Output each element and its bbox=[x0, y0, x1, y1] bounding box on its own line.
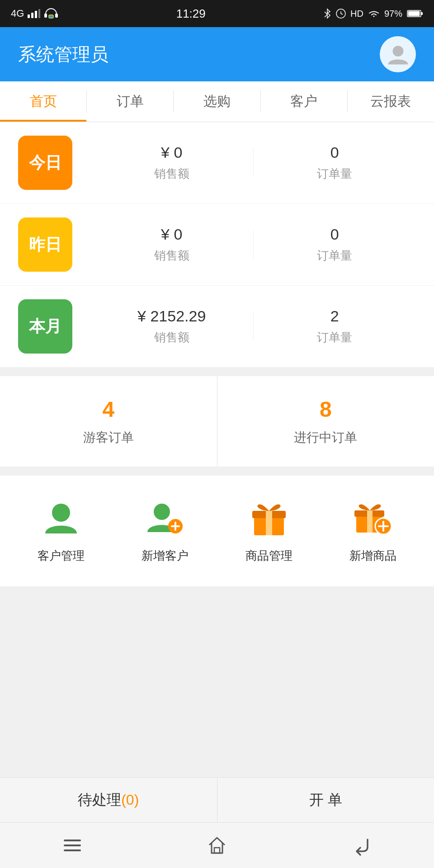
tab-bar: 首页 订单 选购 客户 云报表 bbox=[0, 81, 434, 122]
yesterday-order-count: 0 bbox=[330, 226, 339, 243]
month-order-label: 订单量 bbox=[317, 330, 352, 345]
headphone-icon bbox=[44, 8, 58, 19]
guest-orders-stat[interactable]: 4 游客订单 bbox=[0, 376, 217, 467]
home-icon bbox=[206, 834, 228, 857]
month-sales-amount: ¥ 2152.29 bbox=[137, 307, 206, 325]
add-product-icon bbox=[353, 498, 393, 539]
svg-rect-10 bbox=[408, 11, 420, 16]
sales-section: 今日 ¥ 0 销售额 0 订单量 昨日 ¥ 0 销售额 0 订单量 bbox=[0, 122, 434, 367]
add-customer-label: 新增客户 bbox=[142, 548, 189, 564]
add-customer-icon-svg bbox=[145, 498, 185, 539]
month-orders-col: 2 订单量 bbox=[254, 307, 416, 345]
status-bar: 4G 11:29 HD bbox=[0, 0, 434, 27]
clock-icon bbox=[336, 9, 346, 19]
product-manage-action[interactable]: 商品管理 bbox=[217, 489, 321, 573]
tab-orders[interactable]: 订单 bbox=[87, 81, 173, 122]
tab-reports[interactable]: 云报表 bbox=[348, 81, 434, 122]
tab-home[interactable]: 首页 bbox=[0, 81, 86, 122]
month-sales-row: 本月 ¥ 2152.29 销售额 2 订单量 bbox=[0, 286, 434, 367]
add-gift-icon bbox=[353, 498, 393, 539]
add-customer-action[interactable]: 新增客户 bbox=[113, 489, 217, 573]
svg-point-13 bbox=[154, 504, 170, 520]
time-display: 11:29 bbox=[176, 7, 206, 21]
bottom-nav: 待处理 (0) 开 单 bbox=[0, 777, 434, 868]
today-badge: 今日 bbox=[18, 136, 72, 190]
hd-label: HD bbox=[350, 9, 363, 19]
signal-icon bbox=[28, 9, 40, 18]
pending-count: (0) bbox=[121, 792, 139, 808]
add-customer-icon bbox=[145, 498, 185, 539]
svg-rect-19 bbox=[266, 511, 272, 535]
svg-rect-29 bbox=[214, 848, 220, 853]
home-button[interactable] bbox=[145, 834, 289, 857]
month-order-count: 2 bbox=[330, 307, 339, 325]
guest-orders-label: 游客订单 bbox=[83, 429, 134, 446]
active-orders-label: 进行中订单 bbox=[294, 429, 357, 446]
add-product-label: 新增商品 bbox=[349, 548, 396, 564]
svg-point-12 bbox=[52, 504, 70, 522]
product-manage-icon bbox=[249, 498, 289, 539]
yesterday-sales-amount: ¥ 0 bbox=[161, 226, 182, 243]
yesterday-badge: 昨日 bbox=[18, 217, 72, 272]
svg-rect-0 bbox=[28, 14, 30, 18]
svg-rect-9 bbox=[421, 12, 423, 15]
page-title: 系统管理员 bbox=[18, 42, 108, 67]
today-orders-col: 0 订单量 bbox=[254, 144, 416, 182]
today-sales-amount: ¥ 0 bbox=[161, 144, 182, 161]
order-stats-section: 4 游客订单 8 进行中订单 bbox=[0, 376, 434, 467]
month-badge: 本月 bbox=[18, 299, 72, 354]
month-sales-col: ¥ 2152.29 销售额 bbox=[90, 307, 253, 345]
add-product-action[interactable]: 新增商品 bbox=[321, 489, 425, 573]
back-icon bbox=[350, 834, 373, 857]
active-orders-count: 8 bbox=[320, 397, 332, 422]
content-spacer bbox=[0, 595, 434, 777]
tab-shop[interactable]: 选购 bbox=[174, 81, 260, 122]
svg-rect-5 bbox=[55, 14, 58, 18]
back-button[interactable] bbox=[289, 834, 434, 857]
svg-rect-3 bbox=[38, 9, 40, 18]
today-order-label: 订单量 bbox=[317, 166, 352, 182]
bluetooth-icon bbox=[323, 8, 331, 19]
svg-point-11 bbox=[392, 46, 403, 57]
yesterday-sales-data: ¥ 0 销售额 0 订单量 bbox=[90, 226, 416, 264]
customer-manage-icon bbox=[41, 498, 81, 539]
month-sales-label: 销售额 bbox=[154, 330, 189, 345]
svg-rect-4 bbox=[44, 14, 47, 18]
menu-icon bbox=[61, 834, 84, 857]
status-right: HD 97% bbox=[323, 8, 423, 19]
yesterday-sales-row: 昨日 ¥ 0 销售额 0 订单量 bbox=[0, 204, 434, 286]
new-order-label: 开 单 bbox=[309, 790, 342, 810]
yesterday-orders-col: 0 订单量 bbox=[254, 226, 416, 264]
network-indicator: 4G bbox=[11, 8, 24, 19]
customer-manage-action[interactable]: 客户管理 bbox=[9, 489, 113, 573]
today-sales-row: 今日 ¥ 0 销售额 0 订单量 bbox=[0, 122, 434, 204]
wifi-icon bbox=[368, 9, 380, 18]
bottom-action-bar: 待处理 (0) 开 单 bbox=[0, 778, 434, 823]
today-order-count: 0 bbox=[330, 144, 339, 161]
tab-customers[interactable]: 客户 bbox=[261, 81, 347, 122]
month-sales-data: ¥ 2152.29 销售额 2 订单量 bbox=[90, 307, 416, 345]
svg-rect-6 bbox=[49, 15, 53, 18]
yesterday-sales-col: ¥ 0 销售额 bbox=[90, 226, 253, 264]
svg-rect-1 bbox=[31, 13, 33, 18]
battery-label: 97% bbox=[384, 9, 402, 19]
avatar[interactable] bbox=[380, 36, 416, 72]
guest-orders-count: 4 bbox=[102, 397, 114, 422]
avatar-icon bbox=[386, 42, 410, 67]
product-manage-label: 商品管理 bbox=[245, 548, 292, 564]
status-left: 4G bbox=[11, 8, 58, 19]
today-sales-data: ¥ 0 销售额 0 订单量 bbox=[90, 144, 416, 182]
active-orders-stat[interactable]: 8 进行中订单 bbox=[217, 376, 434, 467]
yesterday-sales-label: 销售额 bbox=[154, 248, 189, 264]
svg-rect-2 bbox=[35, 11, 37, 18]
menu-button[interactable] bbox=[0, 834, 145, 857]
quick-actions-section: 客户管理 新增客户 商品管理 bbox=[0, 476, 434, 586]
gift-icon bbox=[249, 498, 289, 539]
new-order-button[interactable]: 开 单 bbox=[217, 778, 434, 822]
bottom-icon-bar bbox=[0, 823, 434, 868]
battery-icon bbox=[407, 9, 423, 18]
pending-button[interactable]: 待处理 (0) bbox=[0, 778, 217, 822]
app-header: 系统管理员 bbox=[0, 27, 434, 81]
svg-rect-22 bbox=[367, 510, 373, 533]
today-sales-label: 销售额 bbox=[154, 166, 189, 182]
